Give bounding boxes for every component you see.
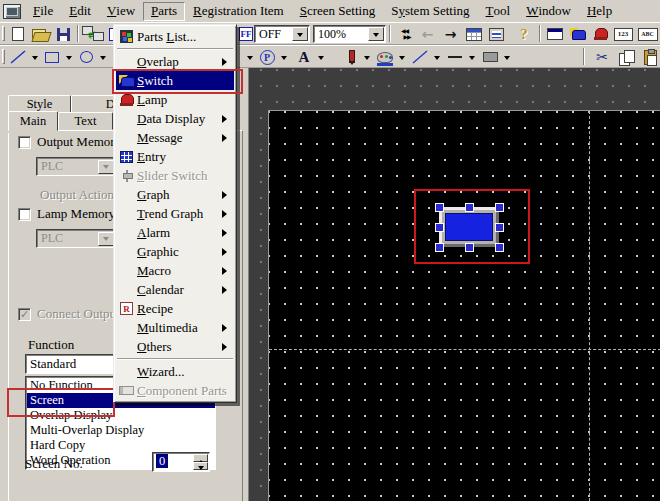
- pen-color-dropdown[interactable]: [361, 47, 372, 67]
- menu-view[interactable]: View: [99, 2, 143, 21]
- menu-item-entry[interactable]: Entry: [116, 147, 234, 166]
- prev-next-screen-button[interactable]: ◀◀▶▶: [392, 24, 417, 44]
- spin-up-icon[interactable]: [193, 454, 208, 462]
- list-item[interactable]: Overlap Display: [27, 408, 215, 423]
- selection-handle-ne[interactable]: [495, 203, 504, 212]
- pen-icon: [342, 50, 358, 65]
- menu-registration-item[interactable]: Registration Item: [185, 2, 292, 21]
- menu-item-graph[interactable]: Graph: [116, 185, 234, 204]
- line-style-button[interactable]: [409, 47, 431, 67]
- screen-no-spinner[interactable]: 0: [152, 452, 210, 472]
- screen-area[interactable]: [268, 110, 660, 501]
- menu-tool[interactable]: Tool: [478, 2, 519, 21]
- forward-arrow-icon: →: [445, 27, 457, 41]
- hidden-tool-dropdown[interactable]: [244, 47, 255, 67]
- lamp-plc-combo[interactable]: PLC: [36, 229, 116, 248]
- off-state-button[interactable]: FF: [238, 24, 254, 44]
- numeric-display-button[interactable]: 123: [612, 24, 634, 44]
- ellipse-tool-button[interactable]: [75, 47, 97, 67]
- palette-dropdown[interactable]: [396, 47, 407, 67]
- text-display-button[interactable]: ABC: [636, 24, 659, 44]
- cut-button[interactable]: ✂: [591, 47, 613, 67]
- menu-item-message[interactable]: Message: [116, 128, 234, 147]
- editor-canvas[interactable]: [248, 68, 660, 501]
- text-tool-button[interactable]: A: [293, 47, 315, 67]
- transfer-button[interactable]: ⇄: [81, 24, 105, 44]
- paste-button[interactable]: [641, 47, 660, 67]
- new-button[interactable]: [8, 24, 28, 44]
- menu-item-data-display[interactable]: Data Display: [116, 109, 234, 128]
- selection-handle-e[interactable]: [495, 223, 504, 232]
- ellipse-tool-dropdown[interactable]: [97, 47, 108, 67]
- list-item[interactable]: Multi-Overlap Display: [27, 423, 215, 438]
- paint-tool-dropdown[interactable]: [278, 47, 289, 67]
- menu-parts[interactable]: Parts: [143, 2, 185, 21]
- line-width-button[interactable]: [444, 47, 466, 67]
- selection-handle-w[interactable]: [435, 223, 444, 232]
- save-button[interactable]: [53, 24, 73, 44]
- selection-handle-s[interactable]: [465, 243, 474, 252]
- line-tool-dropdown[interactable]: [29, 47, 40, 67]
- menu-item-wizard[interactable]: Wizard...: [116, 362, 234, 381]
- paint-tool-button[interactable]: P: [256, 47, 278, 67]
- selection-handle-nw[interactable]: [435, 203, 444, 212]
- menu-item-graphic[interactable]: Graphic: [116, 242, 234, 261]
- memory-list-button[interactable]: [486, 24, 506, 44]
- menu-file[interactable]: File: [25, 2, 61, 21]
- lamp-state-combo[interactable]: OFF: [254, 25, 310, 43]
- line-tool-button[interactable]: [7, 47, 29, 67]
- line-style-dropdown[interactable]: [431, 47, 442, 67]
- zoom-combo[interactable]: 100%: [313, 25, 386, 43]
- menu-item-recipe[interactable]: R Recipe: [116, 299, 234, 318]
- connect-output-checkbox[interactable]: ✓: [18, 308, 31, 321]
- menu-item-multimedia[interactable]: Multimedia: [116, 318, 234, 337]
- selection-handle-n[interactable]: [465, 203, 474, 212]
- combo-arrow-icon[interactable]: [292, 27, 308, 41]
- combo-arrow-icon[interactable]: [368, 27, 384, 41]
- forward-button[interactable]: →: [440, 24, 461, 44]
- fill-dropdown[interactable]: [501, 47, 512, 67]
- pen-color-button[interactable]: [339, 47, 361, 67]
- rect-tool-button[interactable]: [41, 47, 63, 67]
- menu-item-parts-list[interactable]: Parts List...: [116, 27, 234, 46]
- copy-button[interactable]: [616, 47, 638, 67]
- rect-tool-dropdown[interactable]: [63, 47, 74, 67]
- switch-tool-button[interactable]: [567, 24, 588, 44]
- list-item[interactable]: Hard Copy: [27, 438, 215, 453]
- menu-item-alarm[interactable]: Alarm: [116, 223, 234, 242]
- spin-down-icon[interactable]: [193, 462, 208, 470]
- toolbar-grip[interactable]: [2, 49, 5, 64]
- menu-item-switch[interactable]: Switch: [116, 71, 234, 90]
- switch-part[interactable]: [439, 207, 499, 247]
- open-button[interactable]: [29, 24, 51, 44]
- menu-item-others[interactable]: Others: [116, 337, 234, 356]
- menu-system-setting[interactable]: System Setting: [383, 2, 477, 21]
- output-memory-checkbox[interactable]: [18, 136, 31, 149]
- help-button[interactable]: ?: [514, 24, 534, 44]
- line-width-dropdown[interactable]: [466, 47, 477, 67]
- submenu-arrow-icon: [222, 115, 231, 123]
- tab-main[interactable]: Main: [8, 111, 58, 131]
- menu-item-overlap[interactable]: Overlap: [116, 52, 234, 71]
- toolbar-grip[interactable]: [2, 26, 5, 41]
- menu-edit[interactable]: Edit: [61, 2, 99, 21]
- menu-help[interactable]: Help: [579, 2, 620, 21]
- item-list-button[interactable]: [463, 24, 484, 44]
- lamp-memory-checkbox[interactable]: [18, 208, 31, 221]
- menu-screen-setting[interactable]: Screen Setting: [292, 2, 383, 21]
- text-tool-dropdown[interactable]: [315, 47, 326, 67]
- palette-button[interactable]: [374, 47, 396, 67]
- menu-item-calendar[interactable]: Calendar: [116, 280, 234, 299]
- selection-handle-se[interactable]: [495, 243, 504, 252]
- lamp-tool-button[interactable]: [590, 24, 611, 44]
- menu-item-trend-graph[interactable]: Trend Graph: [116, 204, 234, 223]
- menu-window[interactable]: Window: [518, 2, 579, 21]
- menu-item-lamp[interactable]: Lamp: [116, 90, 234, 109]
- screen-edit-button[interactable]: [544, 24, 565, 44]
- output-plc-combo[interactable]: PLC: [36, 157, 116, 176]
- menu-item-macro[interactable]: Macro: [116, 261, 234, 280]
- fill-button[interactable]: [479, 47, 501, 67]
- back-button[interactable]: ←: [417, 24, 438, 44]
- tab-text[interactable]: Text: [58, 112, 113, 130]
- selection-handle-sw[interactable]: [435, 243, 444, 252]
